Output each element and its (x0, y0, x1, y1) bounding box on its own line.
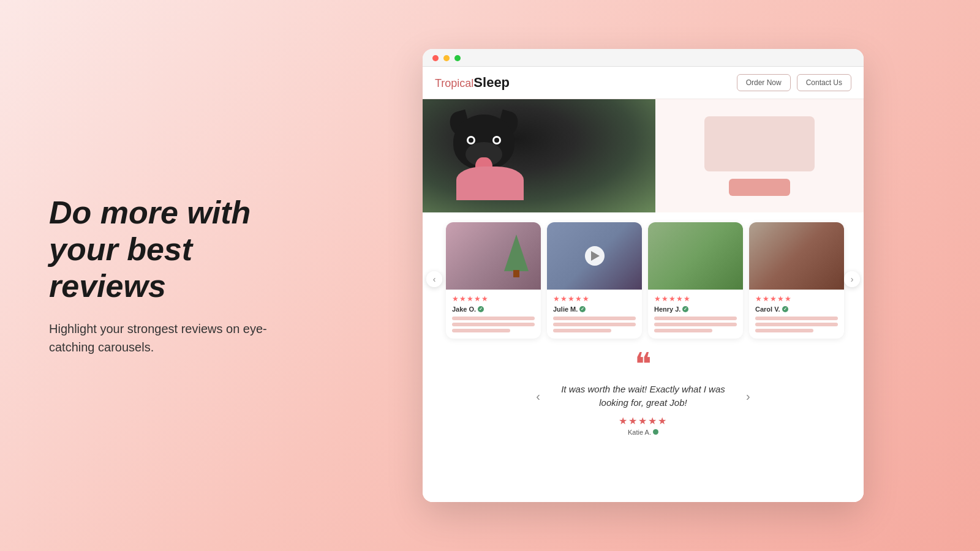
review-line (452, 323, 535, 326)
verified-icon-3: ✓ (682, 306, 688, 312)
stars-3: ★★★★★ (654, 294, 737, 303)
quote-marks: ❝ (635, 352, 652, 378)
contact-us-button[interactable]: Contact Us (797, 74, 851, 91)
review-line (553, 323, 636, 326)
quote-verified-icon (653, 429, 658, 435)
quote-author: Katie A. (628, 429, 658, 436)
browser-dot-yellow (443, 55, 450, 61)
reviewer-name-1: Jake O. ✓ (452, 305, 535, 313)
review-line (755, 323, 838, 326)
hero-section (423, 99, 864, 212)
review-line (755, 329, 813, 332)
dog-pupil-right (494, 138, 499, 143)
review-body-1: ★★★★★ Jake O. ✓ (446, 290, 541, 339)
review-line (553, 329, 611, 332)
quote-section: ❝ ‹ It was worth the wait! Exactly what … (423, 346, 864, 446)
browser-dot-green (454, 55, 461, 61)
review-line (755, 317, 838, 320)
nav-buttons: Order Now Contact Us (737, 74, 851, 91)
review-line (654, 329, 712, 332)
review-line (654, 323, 737, 326)
logo-part2: Sleep (473, 75, 510, 90)
review-card-1: ★★★★★ Jake O. ✓ (446, 222, 541, 339)
reviewer-name-4: Carol V. ✓ (755, 305, 838, 313)
browser-container: TropicalSleep Order Now Contact Us (318, 37, 980, 514)
play-button[interactable] (585, 246, 605, 266)
carousel-left-arrow[interactable]: ‹ (426, 271, 442, 287)
review-image-4 (749, 222, 844, 290)
logo: TropicalSleep (435, 75, 510, 91)
verified-icon-2: ✓ (579, 306, 586, 312)
review-body-2: ★★★★★ Julie M. ✓ (547, 290, 642, 339)
carousel-track: ★★★★★ Jake O. ✓ (429, 222, 858, 339)
review-image-1 (446, 222, 541, 290)
play-triangle-icon (591, 251, 600, 261)
review-line (452, 317, 535, 320)
xmas-tree-icon (504, 228, 529, 277)
browser-dot-red (432, 55, 439, 61)
left-arrow-icon: ‹ (433, 274, 436, 284)
navbar: TropicalSleep Order Now Contact Us (423, 67, 864, 99)
browser-content: TropicalSleep Order Now Contact Us (423, 67, 864, 502)
review-body-4: ★★★★★ Carol V. ✓ (749, 290, 844, 339)
stars-2: ★★★★★ (553, 294, 636, 303)
headline: Do more with your best reviews (49, 195, 282, 304)
review-lines-2 (553, 317, 636, 332)
review-line (654, 317, 737, 320)
verified-icon-4: ✓ (782, 306, 788, 312)
quote-nav: ‹ It was worth the wait! Exactly what I … (447, 383, 839, 410)
subtext: Highlight your strongest reviews on eye-… (49, 320, 282, 356)
review-lines-3 (654, 317, 737, 332)
review-image-2 (547, 222, 642, 290)
dog-illustration (447, 108, 521, 200)
review-card-3: ★★★★★ Henry J. ✓ (648, 222, 743, 339)
dog-eye-right (492, 136, 501, 144)
quote-left-arrow[interactable]: ‹ (531, 387, 545, 406)
reviewer-name-2: Julie M. ✓ (553, 305, 636, 313)
review-card-2: ★★★★★ Julie M. ✓ (547, 222, 642, 339)
quote-text: It was worth the wait! Exactly what I wa… (557, 383, 729, 410)
browser-chrome (423, 49, 864, 67)
review-image-3 (648, 222, 743, 290)
review-card-4: ★★★★★ Carol V. ✓ (749, 222, 844, 339)
quote-rating: ★★★★★ Katie A. (619, 415, 668, 436)
dog-pupil-left (469, 138, 473, 143)
quote-right-arrow[interactable]: › (741, 387, 755, 406)
stars-4: ★★★★★ (755, 294, 838, 303)
stars-1: ★★★★★ (452, 294, 535, 303)
review-line (452, 329, 510, 332)
logo-part1: Tropical (435, 77, 473, 89)
verified-icon-1: ✓ (478, 306, 484, 312)
right-arrow-icon: › (851, 274, 854, 284)
left-panel: Do more with your best reviews Highlight… (0, 158, 318, 392)
review-line (553, 317, 636, 320)
hero-placeholder-box (704, 116, 815, 171)
hero-image (423, 99, 655, 212)
hero-right-panel (655, 99, 864, 212)
review-lines-4 (755, 317, 838, 332)
browser-window: TropicalSleep Order Now Contact Us (423, 49, 864, 502)
carousel-right-arrow[interactable]: › (844, 271, 860, 287)
dog-sweater (456, 167, 524, 200)
hero-cta-box (729, 179, 790, 196)
review-lines-1 (452, 317, 535, 332)
carousel-section: ‹ › ★★★★★ Jake O. (423, 212, 864, 346)
quote-stars: ★★★★★ (619, 415, 668, 427)
reviewer-name-3: Henry J. ✓ (654, 305, 737, 313)
review-body-3: ★★★★★ Henry J. ✓ (648, 290, 743, 339)
hero-image-bg (423, 99, 655, 212)
order-now-button[interactable]: Order Now (737, 74, 791, 91)
